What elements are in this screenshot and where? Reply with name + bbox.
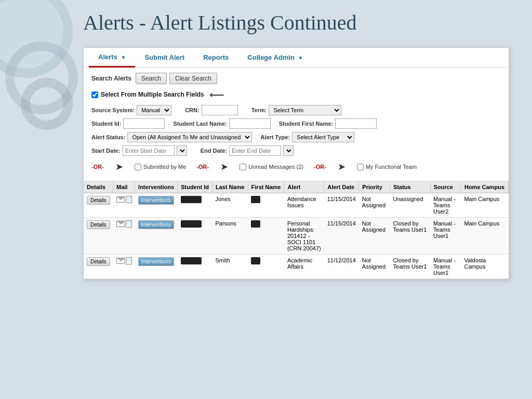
cell-priority-2: Not Assigned xyxy=(359,255,390,279)
search-area: Search Alerts Search Clear Search Select… xyxy=(84,68,509,181)
student-id-block-2 xyxy=(181,257,202,264)
term-label: Term: xyxy=(251,107,267,113)
submitted-by-me-label: Submitted by Me xyxy=(143,164,187,170)
unread-messages-checkbox[interactable] xyxy=(240,164,246,170)
source-system-label: Source System: xyxy=(91,107,135,113)
source-system-group: Source System: Manual xyxy=(91,105,171,115)
cell-source-1: Manual - Teams User1 xyxy=(430,218,461,255)
alert-status-type-row: Alert Status: Open (All Assigned To Me a… xyxy=(91,132,501,142)
doc-icon-2[interactable]: 📄 xyxy=(126,257,132,264)
start-date-select[interactable] xyxy=(177,145,187,156)
nav-college-admin[interactable]: College Admin ▼ xyxy=(238,48,312,66)
cell-status-2: Closed by Teams User1 xyxy=(390,255,430,279)
cell-mail-0: 📄 xyxy=(113,193,135,218)
alert-status-group: Alert Status: Open (All Assigned To Me a… xyxy=(91,132,252,142)
term-select[interactable]: Select Term xyxy=(269,105,341,115)
student-first-name-input[interactable] xyxy=(335,118,377,129)
or-row: -OR- ➤ Submitted by Me -OR- ➤ Unread Mes… xyxy=(91,161,501,172)
end-date-group: End Date: xyxy=(201,145,294,156)
interventions-button-1[interactable]: Interventions xyxy=(138,220,174,229)
table-row: Details 📄 Interventions Jones Attendance… xyxy=(84,193,509,218)
nav-reports[interactable]: Reports xyxy=(194,48,238,66)
student-last-name-label: Student Last Name: xyxy=(173,121,227,127)
nav-alerts[interactable]: Alerts ▼ xyxy=(89,48,135,68)
crn-input[interactable] xyxy=(202,105,238,115)
nav-bar: Alerts ▼ Submit Alert Reports College Ad… xyxy=(84,48,509,68)
alert-status-select[interactable]: Open (All Assigned To Me and Unassigned … xyxy=(127,132,252,142)
first-name-block-0 xyxy=(251,196,260,203)
college-admin-dropdown-arrow: ▼ xyxy=(298,55,303,61)
mail-icon-2[interactable] xyxy=(116,258,125,264)
cell-first-name-1 xyxy=(248,218,284,255)
doc-icon-1[interactable]: 📄 xyxy=(126,220,132,228)
cell-details-0: Details xyxy=(84,193,113,218)
mail-icon-0[interactable] xyxy=(116,196,125,203)
or-badge-1: -OR- xyxy=(91,164,104,170)
student-id-block-1 xyxy=(181,220,202,228)
alert-type-select[interactable]: Select Alert Type xyxy=(292,132,354,142)
select-multiple-label: Select From Multiple Search Fields xyxy=(101,91,204,98)
crn-label: CRN: xyxy=(185,107,200,113)
date-row: Start Date: End Date: xyxy=(91,145,501,156)
cell-student-id-1 xyxy=(178,218,212,255)
table-header-row: Details Mail Interventions Student Id La… xyxy=(84,181,509,193)
cell-details-2: Details xyxy=(84,255,113,279)
cell-student-id-0 xyxy=(178,193,212,218)
cell-interventions-0: Interventions xyxy=(135,193,178,218)
cell-home-campus-1: Main Campus xyxy=(461,218,508,255)
nav-submit-alert[interactable]: Submit Alert xyxy=(135,48,194,66)
cell-alert-2: Academic Affairs xyxy=(284,255,324,279)
or-arrow-1: ➤ xyxy=(115,161,123,172)
cell-source-0: Manual - Teams User2 xyxy=(430,193,461,218)
interventions-button-0[interactable]: Interventions xyxy=(138,196,174,205)
cell-source-2: Manual - Teams User1 xyxy=(430,255,461,279)
doc-icon-0[interactable]: 📄 xyxy=(126,196,132,203)
end-date-input[interactable] xyxy=(229,145,281,156)
cell-interventions-1: Interventions xyxy=(135,218,178,255)
alert-type-group: Alert Type: Select Alert Type xyxy=(260,132,354,142)
student-id-input[interactable] xyxy=(123,118,165,129)
submitted-by-me-checkbox[interactable] xyxy=(135,164,141,170)
or-item-my-functional-team: My Functional Team xyxy=(357,164,417,170)
cell-status-1: Closed by Teams User1 xyxy=(390,218,430,255)
first-name-block-2 xyxy=(251,257,260,264)
cell-priority-0: Not Assigned xyxy=(359,193,390,218)
app-container: Alerts ▼ Submit Alert Reports College Ad… xyxy=(83,47,509,280)
details-button-2[interactable]: Details xyxy=(87,257,110,266)
col-interventions: Interventions xyxy=(135,181,178,193)
clear-search-button[interactable]: Clear Search xyxy=(169,73,217,84)
end-date-label: End Date: xyxy=(201,148,227,154)
alerts-table-area: Details Mail Interventions Student Id La… xyxy=(84,181,509,279)
mail-icon-1[interactable] xyxy=(116,221,125,227)
crn-group: CRN: xyxy=(185,105,238,115)
source-system-select[interactable]: Manual xyxy=(137,105,171,115)
cell-details-1: Details xyxy=(84,218,113,255)
cell-alert-1: Personal Hardships: 201412 - SOCI 1101 (… xyxy=(284,218,324,255)
col-mail: Mail xyxy=(113,181,135,193)
student-last-name-input[interactable] xyxy=(229,118,271,129)
col-student-id: Student Id xyxy=(178,181,212,193)
alerts-dropdown-arrow: ▼ xyxy=(121,55,126,60)
student-first-name-group: Student First Name: xyxy=(279,118,377,129)
arrow-annotation-1: ⟵ xyxy=(209,88,224,101)
col-source: Source xyxy=(430,181,461,193)
or-item-unread-messages: Unread Messages (2) xyxy=(240,164,303,170)
student-info-row: Student Id: Student Last Name: Student F… xyxy=(91,118,501,129)
table-row: Details 📄 Interventions Smith Academic A… xyxy=(84,255,509,279)
table-row: Details 📄 Interventions Parsons Personal… xyxy=(84,218,509,255)
search-button[interactable]: Search xyxy=(136,73,167,84)
start-date-input[interactable] xyxy=(123,145,175,156)
start-date-label: Start Date: xyxy=(91,148,121,154)
col-last-name: Last Name xyxy=(212,181,248,193)
my-functional-team-checkbox[interactable] xyxy=(357,164,364,170)
select-multiple-checkbox[interactable] xyxy=(91,91,98,98)
cell-mail-1: 📄 xyxy=(113,218,135,255)
student-last-name-group: Student Last Name: xyxy=(173,118,270,129)
or-arrow-3: ➤ xyxy=(338,161,345,172)
alert-status-label: Alert Status: xyxy=(91,134,125,140)
end-date-select[interactable] xyxy=(283,145,294,156)
details-button-0[interactable]: Details xyxy=(87,196,110,205)
details-button-1[interactable]: Details xyxy=(87,220,110,229)
interventions-button-2[interactable]: Interventions xyxy=(138,257,174,266)
cell-first-name-2 xyxy=(248,255,284,279)
